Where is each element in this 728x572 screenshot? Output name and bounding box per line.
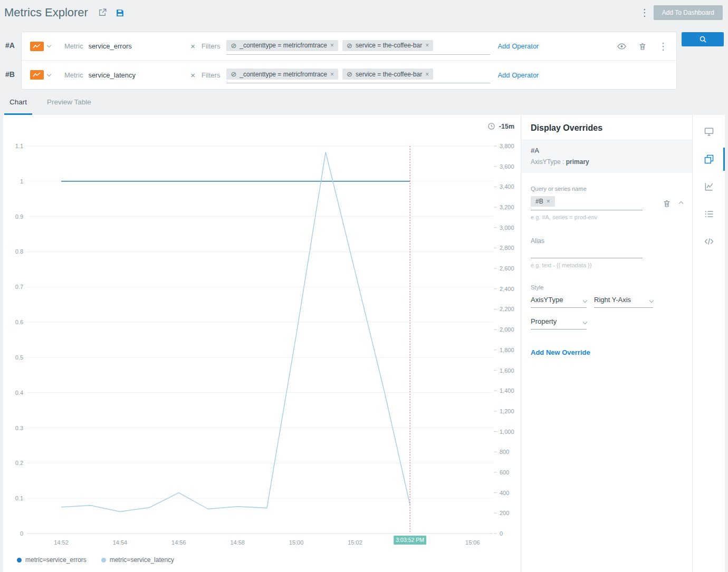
svg-text:800: 800 — [500, 449, 509, 455]
clear-metric-icon[interactable]: × — [190, 71, 195, 80]
svg-text:1,600: 1,600 — [500, 367, 514, 374]
remove-query-chip-icon[interactable]: × — [547, 198, 550, 205]
single-chart-view-button[interactable] — [693, 120, 725, 143]
chart-settings-button[interactable] — [693, 175, 725, 198]
add-to-dashboard-button[interactable]: Add To Dashboard — [654, 5, 723, 20]
svg-text:1,400: 1,400 — [500, 387, 514, 394]
override-editor: Query or series name #B × — [521, 186, 692, 356]
query-row-actions: ⋮ — [617, 41, 668, 52]
query-kebab-menu[interactable]: ⋮ — [658, 41, 668, 52]
exclude-filter-icon[interactable]: ⊘ — [231, 42, 236, 50]
metric-input[interactable]: service_errors — [88, 42, 190, 50]
svg-text:0.5: 0.5 — [15, 354, 23, 361]
alias-input[interactable] — [531, 249, 643, 258]
alias-hint: e.g. text - {{ metadata }} — [531, 262, 683, 268]
query-chip-label: #B — [535, 198, 543, 205]
svg-text:400: 400 — [500, 490, 509, 496]
svg-text:0.8: 0.8 — [15, 248, 23, 255]
filters-label: Filters — [202, 71, 220, 79]
display-overrides-panel: Display Overrides #A AxisYType : primary… — [521, 115, 692, 572]
collapse-override-icon[interactable] — [679, 201, 683, 206]
svg-text:0.3: 0.3 — [15, 425, 23, 431]
svg-text:3:03:52 PM: 3:03:52 PM — [396, 537, 424, 543]
svg-text:2,000: 2,000 — [500, 326, 514, 333]
chevron-down-icon — [649, 298, 654, 303]
add-operator-link[interactable]: Add Operator — [497, 71, 539, 79]
chevron-down-icon — [47, 72, 51, 76]
filter-chip-label: _contenttype = metricfromtrace — [240, 71, 327, 78]
save-icon[interactable] — [116, 8, 124, 17]
metric-type-selector[interactable] — [30, 70, 51, 80]
remove-filter-icon[interactable]: × — [330, 71, 334, 78]
series-color-dot — [101, 558, 106, 563]
metrics-chart-canvas[interactable]: 00.10.20.30.40.50.60.70.80.911.102004006… — [3, 115, 520, 547]
toggle-visibility-icon[interactable] — [617, 42, 627, 51]
query-series-hint: e.g. #A, series = prod-env — [531, 214, 683, 220]
query-series-input-row: #B × — [531, 196, 683, 210]
query-row-b: Metric service_latency × Filters ⊘ _cont… — [22, 61, 676, 89]
run-search-button[interactable] — [682, 32, 724, 46]
svg-text:3,800: 3,800 — [500, 143, 514, 149]
svg-text:0.1: 0.1 — [15, 495, 23, 501]
style-property-select[interactable]: AxisYType — [531, 296, 587, 308]
svg-text:0.4: 0.4 — [15, 390, 23, 396]
exclude-filter-icon[interactable]: ⊘ — [231, 70, 236, 78]
svg-text:14:54: 14:54 — [113, 539, 128, 546]
add-operator-link[interactable]: Add Operator — [497, 42, 539, 50]
metric-input[interactable]: service_latency — [88, 71, 190, 79]
series-color-dot — [17, 558, 22, 563]
metric-field: Metric service_errors × — [64, 42, 195, 51]
svg-text:2,400: 2,400 — [500, 286, 514, 292]
svg-text:0.7: 0.7 — [15, 284, 23, 290]
metric-chart-type-icon — [30, 42, 44, 51]
clear-metric-icon[interactable]: × — [190, 42, 195, 51]
legend-label: metric=service_latency — [110, 556, 174, 564]
svg-text:200: 200 — [500, 510, 509, 516]
tab-preview-table[interactable]: Preview Table — [42, 98, 97, 115]
query-chip: #B × — [531, 196, 555, 207]
query-code-button[interactable] — [693, 230, 725, 253]
remove-filter-icon[interactable]: × — [330, 42, 334, 49]
exclude-filter-icon[interactable]: ⊘ — [347, 70, 352, 78]
svg-text:2,600: 2,600 — [500, 265, 514, 272]
metric-type-selector[interactable] — [30, 42, 51, 51]
exclude-filter-icon[interactable]: ⊘ — [347, 42, 352, 50]
series-list-button[interactable] — [693, 202, 725, 226]
svg-text:15:06: 15:06 — [465, 539, 480, 546]
remove-filter-icon[interactable]: × — [425, 71, 429, 78]
add-new-override-link[interactable]: Add New Override — [531, 348, 683, 356]
svg-text:3,000: 3,000 — [500, 225, 514, 231]
axis-type-select[interactable]: Right Y-Axis — [594, 296, 653, 308]
filters-input[interactable]: ⊘ _contenttype = metricfromtrace × ⊘ ser… — [226, 38, 490, 55]
chart-panel: -15m 00.10.20.30.40.50.60.70.80.911.1020… — [3, 115, 521, 572]
delete-query-icon[interactable] — [638, 42, 647, 51]
chart-legend: metric=service_errors metric=service_lat… — [17, 556, 174, 564]
legend-label: metric=service_errors — [25, 556, 87, 564]
header-kebab-menu[interactable]: ⋮ — [636, 6, 654, 20]
filters-input[interactable]: ⊘ _contenttype = metricfromtrace × ⊘ ser… — [226, 66, 490, 83]
search-icon — [699, 35, 707, 43]
svg-text:3,200: 3,200 — [500, 204, 514, 210]
filter-chip: ⊘ service = the-coffee-bar × — [342, 69, 433, 80]
override-summary-prop-label: AxisYType : — [531, 158, 564, 166]
svg-text:0.6: 0.6 — [15, 319, 23, 325]
legend-item-service-errors[interactable]: metric=service_errors — [17, 556, 87, 564]
filter-chip-label: service = the-coffee-bar — [356, 42, 422, 49]
svg-text:0.2: 0.2 — [15, 460, 23, 466]
override-summary-card[interactable]: #A AxisYType : primary — [521, 140, 692, 173]
export-query-icon[interactable] — [98, 8, 107, 17]
legend-item-service-latency[interactable]: metric=service_latency — [101, 556, 174, 564]
code-icon — [704, 236, 714, 247]
svg-text:1.1: 1.1 — [15, 143, 23, 149]
svg-text:15:02: 15:02 — [348, 539, 362, 546]
query-row-a: Metric service_errors × Filters ⊘ _conte… — [22, 32, 676, 61]
tab-chart[interactable]: Chart — [4, 98, 32, 115]
property-select[interactable]: Property — [531, 317, 587, 329]
style-select-row: AxisYType Right Y-Axis — [531, 296, 683, 308]
overlay-panels-view-button[interactable] — [693, 148, 725, 171]
query-series-input[interactable]: #B × — [531, 196, 643, 210]
alias-label: Alias — [531, 237, 683, 245]
delete-override-icon[interactable] — [663, 199, 671, 208]
overrides-panel-title: Display Overrides — [521, 115, 692, 140]
remove-filter-icon[interactable]: × — [425, 42, 429, 49]
